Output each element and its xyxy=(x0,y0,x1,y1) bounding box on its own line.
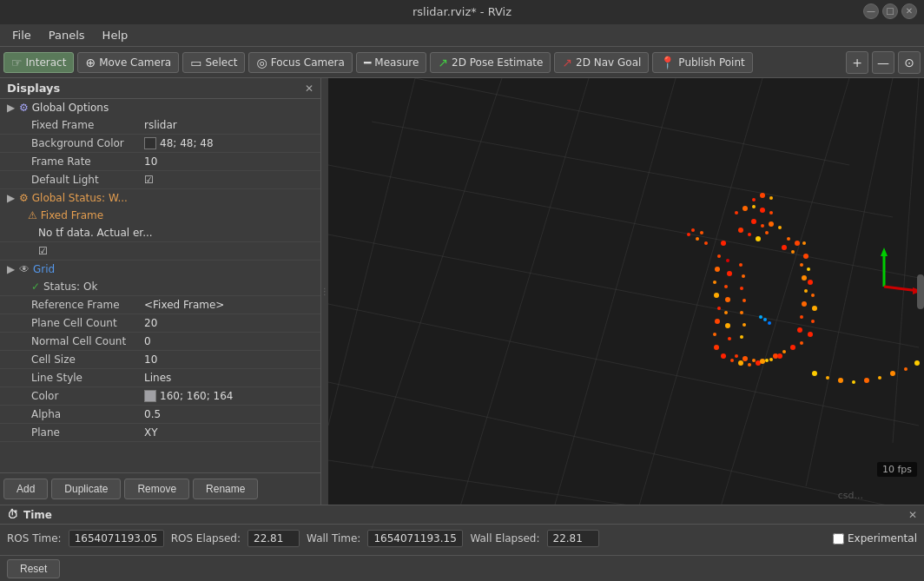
minimize-button[interactable]: — xyxy=(863,3,879,19)
3d-viewport[interactable]: csd... 10 fps xyxy=(328,78,924,505)
add-display-button[interactable]: + xyxy=(846,51,868,74)
tool-move-camera[interactable]: ⊕ Move Camera xyxy=(77,52,179,73)
add-button[interactable]: Add xyxy=(3,479,48,499)
svg-point-110 xyxy=(704,241,708,245)
fixed-frame-row[interactable]: ⚠ Fixed Frame xyxy=(0,207,320,224)
experimental-label: Experimental xyxy=(848,532,917,545)
prop-frame-rate[interactable]: Frame Rate 10 xyxy=(0,153,320,171)
svg-point-102 xyxy=(742,299,746,302)
time-title: Time xyxy=(23,509,52,521)
displays-close[interactable]: ✕ xyxy=(305,83,314,95)
close-button[interactable]: ✕ xyxy=(901,3,917,19)
tool-2d-nav[interactable]: ↗ 2D Nav Goal xyxy=(554,52,649,73)
maximize-button[interactable]: □ xyxy=(882,3,898,19)
svg-point-109 xyxy=(687,233,690,236)
svg-point-56 xyxy=(726,259,729,262)
wall-time-label: Wall Time: xyxy=(307,532,360,545)
prop-grid-status: ✓ Status: Ok xyxy=(0,278,320,296)
svg-point-74 xyxy=(878,376,881,380)
remove-button[interactable]: Remove xyxy=(124,479,189,499)
svg-point-21 xyxy=(748,233,751,236)
global-status-arrow[interactable]: ▶ xyxy=(7,190,19,206)
2d-nav-label: 2D Nav Goal xyxy=(576,56,641,69)
right-resize-handle[interactable] xyxy=(917,274,924,309)
svg-point-33 xyxy=(721,353,726,359)
prop-frame-rate-name: Frame Rate xyxy=(31,154,144,169)
tool-select[interactable]: ▭ Select xyxy=(182,52,245,73)
fixed-frame-warning-icon: ⚠ xyxy=(28,208,37,223)
global-status-label: Global Status: W... xyxy=(32,190,128,206)
svg-point-28 xyxy=(714,293,719,298)
default-light-checkbox[interactable]: ☑ xyxy=(144,172,154,188)
svg-point-31 xyxy=(713,333,716,336)
experimental-check[interactable]: Experimental xyxy=(833,532,917,545)
menu-file[interactable]: File xyxy=(3,27,40,43)
prop-normal-cell-value: 0 xyxy=(144,333,151,349)
prop-bg-color[interactable]: Background Color 48; 48; 48 xyxy=(0,135,320,153)
prop-bg-color-value: 48; 48; 48 xyxy=(144,135,214,151)
global-options-row[interactable]: ▶ ⚙ Global Options xyxy=(0,99,320,116)
prop-line-style[interactable]: Line Style Lines xyxy=(0,369,320,387)
prop-bg-color-name: Background Color xyxy=(31,135,144,151)
svg-point-27 xyxy=(713,281,716,284)
svg-point-34 xyxy=(730,359,734,362)
prop-fixed-frame-check[interactable]: ☑ xyxy=(0,242,320,261)
remove-display-button[interactable]: — xyxy=(872,51,894,74)
svg-point-103 xyxy=(740,311,743,314)
svg-point-71 xyxy=(838,378,843,383)
svg-point-63 xyxy=(800,263,803,267)
svg-point-67 xyxy=(800,315,803,319)
experimental-checkbox[interactable] xyxy=(833,533,844,545)
tool-2d-pose[interactable]: ↗ 2D Pose Estimate xyxy=(430,52,551,73)
svg-point-38 xyxy=(765,359,769,362)
global-status-row[interactable]: ▶ ⚙ Global Status: W... xyxy=(0,189,320,207)
svg-point-23 xyxy=(765,231,769,234)
prop-plane[interactable]: Plane XY xyxy=(0,424,320,442)
panel-resize-handle[interactable]: ⋮ xyxy=(321,78,328,505)
prop-fixed-frame[interactable]: Fixed Frame rslidar xyxy=(0,116,320,135)
clock-icon: ⏱ xyxy=(7,508,18,521)
svg-point-79 xyxy=(760,193,765,198)
svg-point-96 xyxy=(760,359,765,364)
grid-row[interactable]: ▶ 👁 Grid xyxy=(0,261,320,278)
tool-focus-camera[interactable]: ◎ Focus Camera xyxy=(248,52,352,73)
prop-alpha[interactable]: Alpha 0.5 xyxy=(0,406,320,424)
eye-show-icon: 👁 xyxy=(19,261,30,277)
svg-point-80 xyxy=(769,196,773,200)
prop-plane-cell[interactable]: Plane Cell Count 20 xyxy=(0,314,320,333)
prop-normal-cell[interactable]: Normal Cell Count 0 xyxy=(0,333,320,351)
prop-default-light[interactable]: Default Light ☑ xyxy=(0,171,320,189)
grid-arrow[interactable]: ▶ xyxy=(7,261,19,277)
svg-point-18 xyxy=(769,221,774,227)
window-controls[interactable]: — □ ✕ xyxy=(863,3,917,19)
tool-measure[interactable]: ━ Measure xyxy=(356,52,426,73)
svg-point-88 xyxy=(782,245,787,250)
fixed-frame-checkbox[interactable]: ☑ xyxy=(38,243,48,259)
prop-cell-size[interactable]: Cell Size 10 xyxy=(0,351,320,369)
svg-point-66 xyxy=(802,301,807,307)
tool-interact[interactable]: ☞ Interact xyxy=(3,52,74,73)
right-toolbar: + — ⊙ xyxy=(846,51,921,74)
time-close[interactable]: ✕ xyxy=(908,509,917,521)
global-options-arrow[interactable]: ▶ xyxy=(7,100,19,116)
svg-point-19 xyxy=(778,226,782,229)
displays-tree[interactable]: ▶ ⚙ Global Options Fixed Frame rslidar B… xyxy=(0,99,320,472)
svg-point-101 xyxy=(740,287,743,290)
menu-help[interactable]: Help xyxy=(94,27,137,43)
svg-point-16 xyxy=(751,219,756,224)
prop-alpha-name: Alpha xyxy=(31,406,144,422)
ros-elapsed-label: ROS Elapsed: xyxy=(171,532,241,545)
duplicate-button[interactable]: Duplicate xyxy=(51,479,121,499)
measure-icon: ━ xyxy=(364,56,371,69)
eye-button[interactable]: ⊙ xyxy=(898,51,921,74)
tool-publish-point[interactable]: 📍 Publish Point xyxy=(652,52,752,73)
reset-button[interactable]: Reset xyxy=(7,559,60,578)
menu-panels[interactable]: Panels xyxy=(40,27,94,43)
prop-color[interactable]: Color 160; 160; 164 xyxy=(0,387,320,406)
publish-point-label: Publish Point xyxy=(678,56,744,69)
rename-button[interactable]: Rename xyxy=(193,479,258,499)
prop-plane-value: XY xyxy=(144,425,158,440)
prop-ref-frame-value: <Fixed Frame> xyxy=(144,297,224,313)
prop-ref-frame[interactable]: Reference Frame <Fixed Frame> xyxy=(0,296,320,314)
prop-color-name: Color xyxy=(31,388,144,404)
